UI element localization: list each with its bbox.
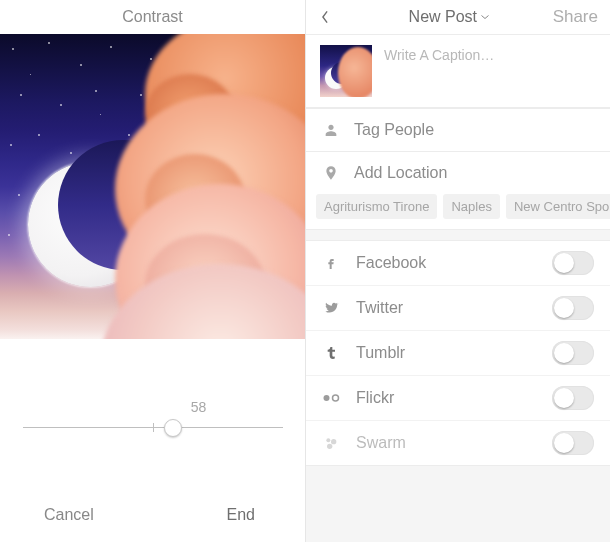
slider-thumb[interactable] — [164, 419, 182, 437]
swarm-icon — [322, 435, 340, 451]
end-button[interactable]: End — [153, 506, 290, 524]
svg-point-2 — [326, 438, 330, 442]
post-thumbnail[interactable] — [320, 45, 372, 97]
person-icon — [322, 122, 340, 138]
chevron-down-icon — [480, 12, 490, 22]
slider-area: 58 — [0, 339, 305, 488]
tumblr-icon — [322, 345, 340, 361]
facebook-icon — [322, 255, 340, 271]
share-target-swarm: Swarm — [306, 421, 610, 465]
pin-icon — [322, 165, 340, 181]
edit-pane: Contrast 58 Cancel En — [0, 0, 305, 542]
flickr-icon — [322, 393, 340, 403]
slider-center-tick — [153, 423, 154, 432]
back-button[interactable] — [318, 10, 346, 24]
cancel-button[interactable]: Cancel — [16, 506, 153, 524]
svg-point-0 — [324, 395, 330, 401]
contrast-slider[interactable] — [23, 427, 283, 428]
location-suggestions: Agriturismo Tirone Naples New Centro Spo… — [306, 194, 610, 230]
location-chip[interactable]: Agriturismo Tirone — [316, 194, 437, 219]
caption-row — [306, 34, 610, 108]
toggle — [552, 431, 594, 455]
edit-footer: Cancel End — [0, 488, 305, 542]
chevron-left-icon — [318, 10, 332, 24]
page-title[interactable]: New Post — [409, 8, 490, 26]
share-target-twitter[interactable]: Twitter — [306, 286, 610, 331]
slider-value: 58 — [191, 399, 207, 415]
share-pane: New Post Share Tag People Add Location A… — [305, 0, 610, 542]
toggle[interactable] — [552, 341, 594, 365]
share-target-facebook[interactable]: Facebook — [306, 241, 610, 286]
tag-people-row[interactable]: Tag People — [306, 108, 610, 151]
toggle[interactable] — [552, 386, 594, 410]
twitter-icon — [322, 300, 340, 316]
share-target-flickr[interactable]: Flickr — [306, 376, 610, 421]
tag-people-label: Tag People — [354, 121, 434, 139]
svg-point-1 — [333, 395, 339, 401]
caption-input[interactable] — [384, 45, 596, 79]
location-chip[interactable]: Naples — [443, 194, 499, 219]
edit-title: Contrast — [0, 0, 305, 34]
add-location-label: Add Location — [354, 164, 447, 182]
share-target-label: Swarm — [356, 434, 536, 452]
share-header: New Post Share — [306, 0, 610, 34]
page-title-text: New Post — [409, 8, 477, 26]
add-location-row[interactable]: Add Location — [306, 151, 610, 194]
image-preview — [0, 34, 305, 339]
toggle[interactable] — [552, 296, 594, 320]
share-target-label: Tumblr — [356, 344, 536, 362]
svg-point-4 — [327, 444, 332, 449]
share-target-tumblr[interactable]: Tumblr — [306, 331, 610, 376]
share-target-label: Twitter — [356, 299, 536, 317]
share-target-label: Facebook — [356, 254, 536, 272]
svg-point-3 — [331, 439, 336, 444]
share-target-label: Flickr — [356, 389, 536, 407]
share-button[interactable]: Share — [553, 7, 598, 27]
share-targets-list: Facebook Twitter Tumblr Flickr — [306, 240, 610, 466]
location-chip[interactable]: New Centro Sport I — [506, 194, 610, 219]
toggle[interactable] — [552, 251, 594, 275]
